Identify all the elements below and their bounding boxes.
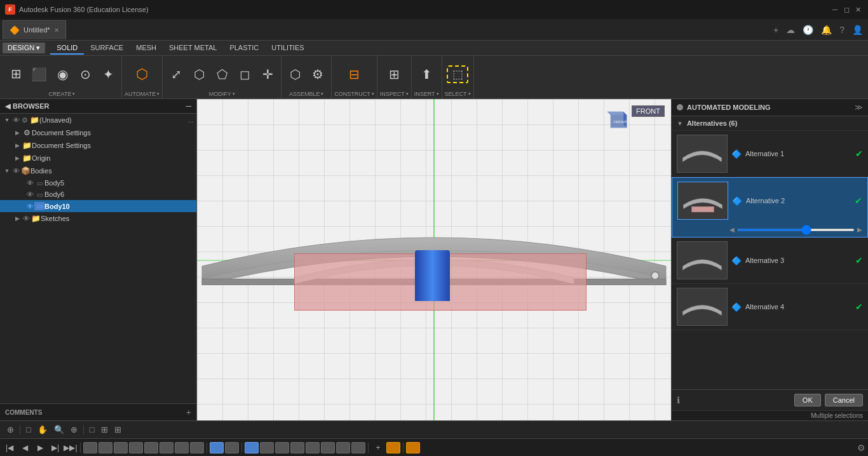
viewport[interactable]: FRONT FRONT <box>197 99 671 420</box>
shape-btn-orange2[interactable] <box>406 442 420 453</box>
alternative-1-item[interactable]: 🔷 Alternative 1 ✔ <box>672 131 868 177</box>
cloud-icon[interactable]: ☁ <box>783 25 797 35</box>
tab-utilities[interactable]: UTILITIES <box>265 42 310 55</box>
view-cube[interactable]: FRONT <box>607 105 633 137</box>
create-extrude-button[interactable]: ⬛ <box>28 66 50 83</box>
close-button[interactable]: ✕ <box>853 4 863 15</box>
shape-btn-16[interactable] <box>321 442 335 453</box>
ok-button[interactable]: OK <box>794 394 821 406</box>
notifications-icon[interactable]: 🔔 <box>818 25 834 35</box>
browser-collapse-icon[interactable]: ◀ <box>5 102 10 111</box>
offset-plane-button[interactable]: ⊟ <box>343 66 365 83</box>
alternative-3-item[interactable]: 🔷 Alternative 3 ✔ <box>672 238 868 284</box>
slider-left-arrow[interactable]: ◀ <box>729 226 735 233</box>
alt-2-slider[interactable] <box>737 229 855 231</box>
tree-item-root[interactable]: ▼ 👁 ⚙ 📁 (Unsaved) … <box>0 114 196 126</box>
cancel-button[interactable]: Cancel <box>825 394 863 406</box>
eye-icon-body10[interactable]: 👁 <box>25 203 34 210</box>
tab-mesh[interactable]: MESH <box>130 42 163 55</box>
slider-right-arrow[interactable]: ▶ <box>857 226 862 233</box>
tree-item-sketches[interactable]: ▶ 👁 📁 Sketches <box>0 212 196 225</box>
eye-icon-root[interactable]: 👁 <box>11 116 20 124</box>
restore-button[interactable]: ◻ <box>841 4 851 15</box>
shell-button[interactable]: ◻ <box>234 66 255 83</box>
nav-prev-button[interactable]: ◀ <box>18 441 32 455</box>
shape-btn-3[interactable] <box>114 442 128 453</box>
tree-arrow-bodies[interactable]: ▼ <box>3 168 11 174</box>
am-alternatives-header[interactable]: ▼ Alternatives (6) <box>672 116 868 131</box>
tree-item-body5[interactable]: 👁 ▭ Body5 <box>0 177 196 189</box>
tab-solid[interactable]: SOLID <box>50 42 84 55</box>
minimize-button[interactable]: ─ <box>830 4 840 15</box>
tree-arrow-sketches[interactable]: ▶ <box>13 215 22 222</box>
shape-btn-14[interactable] <box>290 442 304 453</box>
eye-icon-bodies[interactable]: 👁 <box>11 167 20 175</box>
tree-item-docsettings[interactable]: ▶ ⚙ Document Settings <box>0 126 196 139</box>
create-more-button[interactable]: ✦ <box>97 66 119 83</box>
create-hole-button[interactable]: ⊙ <box>74 66 96 83</box>
am-expand-button[interactable]: ≫ <box>855 103 863 112</box>
tree-more-root[interactable]: … <box>187 117 194 124</box>
create-revolve-button[interactable]: ◉ <box>51 66 73 83</box>
tree-arrow-origin[interactable]: ▶ <box>13 155 22 161</box>
tab-close-button[interactable]: ✕ <box>54 27 59 34</box>
shape-btn-12[interactable] <box>260 442 274 453</box>
create-label[interactable]: CREATE▾ <box>49 91 76 97</box>
shape-btn-7[interactable] <box>175 442 189 453</box>
tree-arrow-namedviews[interactable]: ▶ <box>13 142 22 149</box>
shape-btn-15[interactable] <box>306 442 320 453</box>
move-button[interactable]: ✛ <box>257 66 278 83</box>
pan-button[interactable]: ✋ <box>36 424 50 436</box>
inspect-label[interactable]: INSPECT▾ <box>380 91 409 97</box>
tab-plastic[interactable]: PLASTIC <box>223 42 265 55</box>
design-button[interactable]: DESIGN ▾ <box>3 43 45 53</box>
tree-arrow-docsettings[interactable]: ▶ <box>13 130 22 136</box>
orbit-button[interactable]: ⊕ <box>69 424 79 436</box>
shape-btn-1[interactable] <box>83 442 97 453</box>
help-icon[interactable]: ? <box>837 25 847 35</box>
modify-label[interactable]: MODIFY▾ <box>209 91 235 97</box>
insert-button[interactable]: ⬆ <box>416 66 437 83</box>
main-tab[interactable]: 🔶 Untitled* ✕ <box>3 20 66 39</box>
eye-icon-sketches[interactable]: 👁 <box>22 215 31 222</box>
user-icon[interactable]: 👤 <box>850 25 865 35</box>
shape-btn-active[interactable] <box>210 442 224 453</box>
shape-btn-6[interactable] <box>159 442 173 453</box>
tree-arrow-root[interactable]: ▼ <box>3 117 11 123</box>
assemble-label[interactable]: ASSEMBLE▾ <box>289 91 324 97</box>
tree-item-body6[interactable]: 👁 ▭ Body6 <box>0 189 196 200</box>
eye-icon-body5[interactable]: 👁 <box>25 179 34 187</box>
measure-button[interactable]: ⊞ <box>383 66 405 83</box>
tab-sheet-metal[interactable]: SHEET METAL <box>163 42 223 55</box>
shape-btn-5[interactable] <box>144 442 158 453</box>
shape-btn-8[interactable] <box>190 442 204 453</box>
nav-settings-button[interactable]: ⚙ <box>857 443 865 453</box>
shape-btn-orange[interactable] <box>386 442 400 453</box>
snap-button[interactable]: ⊞ <box>112 424 123 436</box>
shape-btn-17[interactable] <box>336 442 350 453</box>
shape-btn-4[interactable] <box>129 442 143 453</box>
select-button[interactable]: ⬚ <box>447 65 468 83</box>
tab-surface[interactable]: SURFACE <box>84 42 130 55</box>
clock-icon[interactable]: 🕐 <box>800 25 816 35</box>
tree-item-bodies[interactable]: ▼ 👁 📦 Bodies <box>0 164 196 177</box>
chamfer-button[interactable]: ⬠ <box>211 66 233 83</box>
new-component-assemble-button[interactable]: ⬡ <box>284 66 306 83</box>
fit-to-window-button[interactable]: □ <box>24 424 33 436</box>
add-tab-button[interactable]: + <box>771 25 781 35</box>
automate-button[interactable]: ⬡ <box>132 65 153 83</box>
pivot-button[interactable]: ⊕ <box>5 424 16 436</box>
automate-label[interactable]: AUTOMATE▾ <box>125 91 159 97</box>
nav-start-button[interactable]: |◀ <box>3 441 17 455</box>
select-label[interactable]: SELECT▾ <box>445 91 471 97</box>
nav-end-button[interactable]: ▶▶| <box>64 441 78 455</box>
alternative-2-item[interactable]: 🔷 Alternative 2 ✔ ◀ ▶ <box>672 177 868 238</box>
grid-button[interactable]: ⊞ <box>99 424 110 436</box>
zoom-button[interactable]: 🔍 <box>52 424 66 436</box>
shape-btn-10[interactable] <box>225 442 239 453</box>
create-new-component-button[interactable]: ⊞ <box>5 65 27 83</box>
nav-plus-button[interactable]: + <box>371 441 385 455</box>
insert-label[interactable]: INSERT▾ <box>414 91 439 97</box>
shape-btn-11[interactable] <box>245 442 259 453</box>
info-icon[interactable]: ℹ <box>677 395 680 405</box>
